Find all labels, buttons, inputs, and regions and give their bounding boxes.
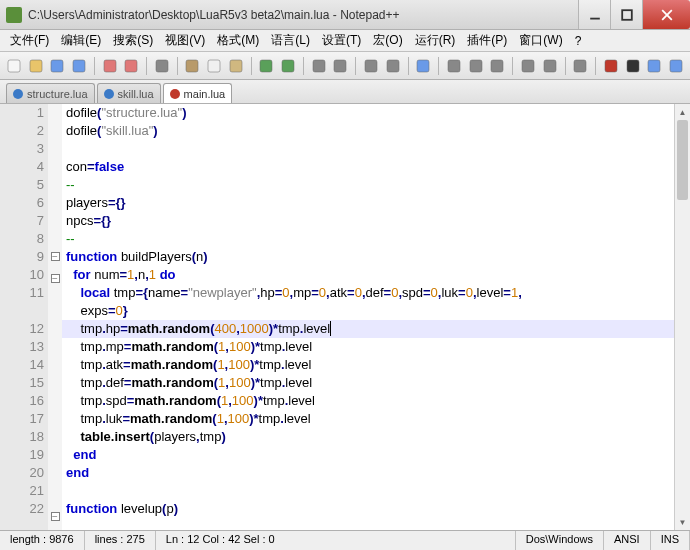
zoom-in-icon[interactable] xyxy=(361,56,381,76)
hide-icon[interactable] xyxy=(571,56,591,76)
menu-宏[interactable]: 宏(O) xyxy=(367,30,408,51)
menu-设置[interactable]: 设置(T) xyxy=(316,30,367,51)
scroll-down-icon[interactable]: ▼ xyxy=(675,514,690,530)
svg-rect-13 xyxy=(230,60,242,72)
redo-icon[interactable] xyxy=(278,56,298,76)
code-line[interactable]: exps=0} xyxy=(62,302,674,320)
status-encoding: ANSI xyxy=(604,531,651,550)
macro-stop-icon[interactable] xyxy=(623,56,643,76)
toolbar xyxy=(0,52,690,80)
line-number: 11 xyxy=(4,284,44,302)
code-area[interactable]: dofile("structure.lua")dofile("skill.lua… xyxy=(62,104,674,530)
status-insert-mode: INS xyxy=(651,531,690,550)
tab-skill-lua[interactable]: skill.lua xyxy=(97,83,161,103)
menu-视图[interactable]: 视图(V) xyxy=(159,30,211,51)
fold-minus-icon[interactable]: − xyxy=(51,274,60,283)
code-line[interactable]: -- xyxy=(62,230,674,248)
code-line[interactable] xyxy=(62,140,674,158)
svg-rect-10 xyxy=(156,60,168,72)
code-line[interactable]: tmp.atk=math.random(1,100)*tmp.level xyxy=(62,356,674,374)
wrap-icon[interactable] xyxy=(444,56,464,76)
menu-文件[interactable]: 文件(F) xyxy=(4,30,55,51)
status-eol: Dos\Windows xyxy=(516,531,604,550)
close-icon[interactable] xyxy=(100,56,120,76)
tab-label: structure.lua xyxy=(27,88,88,100)
cut-icon[interactable] xyxy=(183,56,203,76)
macro-run-icon[interactable] xyxy=(666,56,686,76)
unfold-icon[interactable] xyxy=(540,56,560,76)
code-line[interactable] xyxy=(62,482,674,500)
code-line[interactable]: players={} xyxy=(62,194,674,212)
menu-语言[interactable]: 语言(L) xyxy=(265,30,316,51)
line-number: 21 xyxy=(4,482,44,500)
replace-icon[interactable] xyxy=(331,56,351,76)
menu-运行[interactable]: 运行(R) xyxy=(409,30,462,51)
save-all-icon[interactable] xyxy=(69,56,89,76)
code-line[interactable]: tmp.def=math.random(1,100)*tmp.level xyxy=(62,374,674,392)
find-icon[interactable] xyxy=(309,56,329,76)
fold-icon[interactable] xyxy=(518,56,538,76)
code-line[interactable]: dofile("skill.lua") xyxy=(62,122,674,140)
tab-structure-lua[interactable]: structure.lua xyxy=(6,83,95,103)
code-line[interactable]: function buildPlayers(n) xyxy=(62,248,674,266)
fold-minus-icon[interactable]: − xyxy=(51,252,60,261)
line-number: 5 xyxy=(4,176,44,194)
new-icon[interactable] xyxy=(4,56,24,76)
menu-窗口[interactable]: 窗口(W) xyxy=(513,30,568,51)
line-number: 22 xyxy=(4,500,44,518)
code-line[interactable]: function levelup(p) xyxy=(62,500,674,518)
code-line[interactable]: npcs={} xyxy=(62,212,674,230)
svg-rect-5 xyxy=(30,60,42,72)
svg-rect-26 xyxy=(574,60,586,72)
fold-minus-icon[interactable]: − xyxy=(51,512,60,521)
vertical-scrollbar[interactable]: ▲ ▼ xyxy=(674,104,690,530)
menu-插件[interactable]: 插件(P) xyxy=(461,30,513,51)
menu-bar: 文件(F)编辑(E)搜索(S)视图(V)格式(M)语言(L)设置(T)宏(O)运… xyxy=(0,30,690,52)
maximize-button[interactable] xyxy=(610,0,642,29)
code-line[interactable]: end xyxy=(62,446,674,464)
code-line[interactable]: local tmp={name="newplayer",hp=0,mp=0,at… xyxy=(62,284,674,302)
print-icon[interactable] xyxy=(152,56,172,76)
code-line[interactable]: end xyxy=(62,464,674,482)
line-number: 19 xyxy=(4,446,44,464)
sync-icon[interactable] xyxy=(414,56,434,76)
close-button[interactable] xyxy=(642,0,690,29)
tab-main-lua[interactable]: main.lua xyxy=(163,83,233,103)
macro-rec-icon[interactable] xyxy=(601,56,621,76)
close-all-icon[interactable] xyxy=(121,56,141,76)
scroll-up-icon[interactable]: ▲ xyxy=(675,104,690,120)
minimize-button[interactable] xyxy=(578,0,610,29)
line-number: 4 xyxy=(4,158,44,176)
scroll-thumb[interactable] xyxy=(677,120,688,200)
save-icon[interactable] xyxy=(47,56,67,76)
tab-bar: structure.luaskill.luamain.lua xyxy=(0,80,690,104)
menu-搜索[interactable]: 搜索(S) xyxy=(107,30,159,51)
line-number: 10 xyxy=(4,266,44,284)
code-line[interactable]: tmp.spd=math.random(1,100)*tmp.level xyxy=(62,392,674,410)
paste-icon[interactable] xyxy=(226,56,246,76)
menu-?[interactable]: ? xyxy=(569,32,588,50)
fold-gutter[interactable]: −−− xyxy=(48,104,62,530)
zoom-out-icon[interactable] xyxy=(383,56,403,76)
all-chars-icon[interactable] xyxy=(466,56,486,76)
menu-格式[interactable]: 格式(M) xyxy=(211,30,265,51)
code-line[interactable]: table.insert(players,tmp) xyxy=(62,428,674,446)
svg-rect-29 xyxy=(648,60,660,72)
code-line[interactable]: tmp.luk=math.random(1,100)*tmp.level xyxy=(62,410,674,428)
tab-label: skill.lua xyxy=(118,88,154,100)
open-icon[interactable] xyxy=(26,56,46,76)
code-line[interactable]: for num=1,n,1 do xyxy=(62,266,674,284)
undo-icon[interactable] xyxy=(257,56,277,76)
window-title: C:\Users\Administrator\Desktop\LuaR5v3 b… xyxy=(28,8,578,22)
macro-play-icon[interactable] xyxy=(645,56,665,76)
code-line[interactable]: tmp.mp=math.random(1,100)*tmp.level xyxy=(62,338,674,356)
code-line[interactable]: dofile("structure.lua") xyxy=(62,104,674,122)
indent-icon[interactable] xyxy=(488,56,508,76)
menu-编辑[interactable]: 编辑(E) xyxy=(55,30,107,51)
code-line[interactable]: -- xyxy=(62,176,674,194)
line-number: 1 xyxy=(4,104,44,122)
copy-icon[interactable] xyxy=(204,56,224,76)
editor: 12345678910111213141516171819202122 −−− … xyxy=(0,104,690,530)
code-line[interactable]: con=false xyxy=(62,158,674,176)
code-line[interactable]: tmp.hp=math.random(400,1000)*tmp.level xyxy=(62,320,674,338)
